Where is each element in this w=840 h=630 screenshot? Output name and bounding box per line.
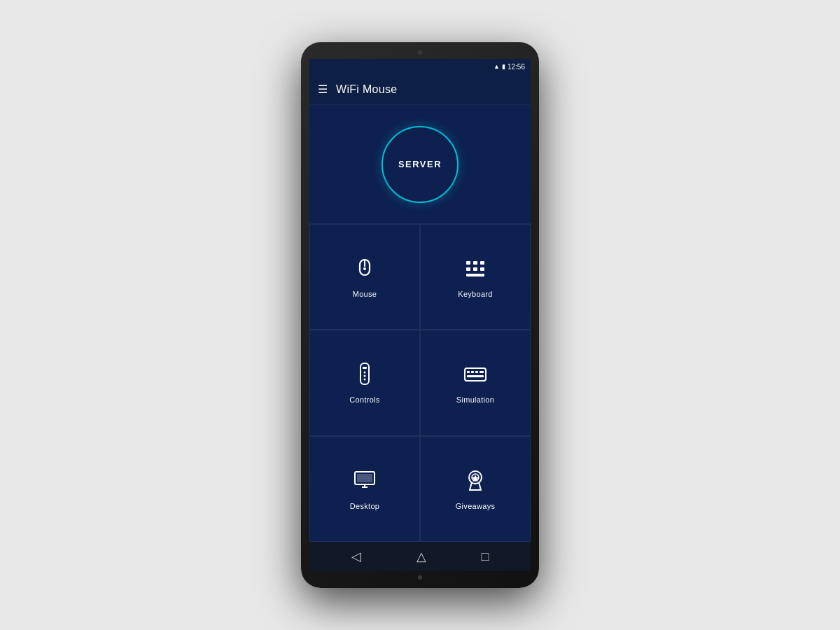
navigation-bar: ◁ △ □ (309, 542, 531, 571)
keyboard-label: Keyboard (458, 290, 493, 298)
home-button[interactable]: △ (405, 546, 438, 567)
giveaways-label: Giveaways (456, 502, 496, 510)
android-device: ▲ ▮ 12:56 ☰ WiFi Mouse SERVER (301, 42, 539, 588)
status-time: 12:56 (507, 63, 525, 71)
front-camera (418, 50, 422, 55)
controls-icon (352, 361, 377, 390)
svg-rect-6 (466, 267, 470, 271)
svg-line-28 (470, 482, 472, 490)
device-screen: ▲ ▮ 12:56 ☰ WiFi Mouse SERVER (309, 59, 531, 571)
simulation-label: Simulation (456, 396, 494, 404)
svg-rect-19 (479, 371, 484, 373)
svg-rect-3 (466, 261, 470, 265)
svg-rect-18 (475, 371, 478, 373)
mouse-label: Mouse (353, 290, 377, 298)
server-area: SERVER (309, 105, 531, 224)
back-button[interactable]: ◁ (340, 546, 372, 567)
simulation-icon (463, 361, 488, 390)
server-button[interactable]: SERVER (382, 126, 458, 203)
mouse-grid-item[interactable]: Mouse (309, 224, 420, 330)
status-bar: ▲ ▮ 12:56 (309, 59, 531, 74)
controls-grid-item[interactable]: Controls (309, 330, 420, 435)
signal-icon: ▲ (493, 63, 500, 70)
recents-button[interactable]: □ (470, 547, 500, 567)
svg-rect-7 (473, 267, 477, 271)
mouse-icon (352, 255, 377, 284)
feature-grid: Mouse Keyboard (309, 224, 531, 542)
svg-rect-24 (357, 474, 372, 482)
server-button-label: SERVER (398, 159, 442, 169)
svg-point-2 (363, 267, 366, 270)
physical-home-button (418, 575, 422, 580)
controls-label: Controls (349, 396, 379, 404)
svg-rect-20 (467, 375, 484, 377)
svg-rect-11 (363, 367, 367, 369)
hamburger-menu-icon[interactable]: ☰ (318, 83, 328, 96)
svg-point-14 (364, 379, 366, 381)
desktop-grid-item[interactable]: Desktop (309, 436, 420, 542)
svg-line-29 (479, 482, 481, 490)
desktop-label: Desktop (350, 502, 379, 510)
svg-point-12 (364, 372, 366, 374)
svg-rect-10 (360, 363, 369, 384)
svg-rect-5 (480, 261, 484, 265)
svg-rect-4 (473, 261, 477, 265)
svg-rect-9 (466, 274, 484, 276)
keyboard-icon (463, 255, 488, 284)
svg-rect-15 (465, 368, 486, 381)
svg-point-13 (364, 375, 366, 377)
svg-rect-17 (471, 371, 474, 373)
giveaways-grid-item[interactable]: Giveaways (420, 436, 531, 542)
app-bar: ☰ WiFi Mouse (309, 74, 531, 105)
app-title: WiFi Mouse (336, 83, 397, 96)
simulation-grid-item[interactable]: Simulation (420, 330, 531, 435)
keyboard-grid-item[interactable]: Keyboard (420, 224, 531, 330)
giveaways-icon (463, 468, 488, 496)
svg-rect-8 (480, 267, 484, 271)
desktop-icon (352, 468, 377, 496)
battery-icon: ▮ (502, 63, 505, 70)
svg-rect-16 (467, 371, 470, 373)
status-icons: ▲ ▮ 12:56 (493, 63, 525, 71)
